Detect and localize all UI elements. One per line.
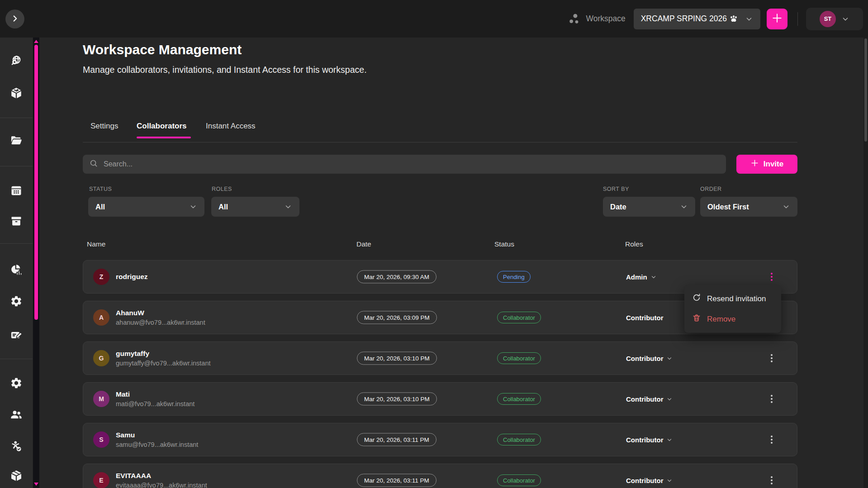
status-filter-select[interactable]: All bbox=[88, 197, 204, 217]
row-actions-menu-button[interactable] bbox=[765, 269, 778, 285]
tab-divider bbox=[83, 142, 797, 142]
collaborator-name: AhanuW bbox=[116, 309, 205, 317]
collaborator-identity: AhanuW ahanuw@fvo79...ak6wr.instant bbox=[116, 301, 205, 334]
collaborator-name: gumytaffy bbox=[116, 350, 211, 358]
search-placeholder: Search... bbox=[104, 160, 133, 168]
row-actions-menu-button[interactable] bbox=[765, 431, 778, 448]
roles-filter-select[interactable]: All bbox=[211, 197, 299, 217]
roles-filter-label: ROLES bbox=[212, 186, 232, 192]
collaborator-row: M Mati mati@fvo79...ak6wr.instant Mar 20… bbox=[83, 382, 797, 416]
page-title: Workspace Management bbox=[83, 42, 242, 57]
sidebar-item-web-search[interactable] bbox=[7, 52, 25, 71]
resend-invitation-menu-item[interactable]: Resend invitation bbox=[684, 289, 781, 308]
role-value: Contributor bbox=[626, 314, 663, 322]
user-menu[interactable]: ST bbox=[806, 8, 863, 30]
card-edit-icon bbox=[10, 329, 23, 343]
role-dropdown[interactable]: Contributor bbox=[626, 477, 673, 484]
invite-date-pill: Mar 20, 2026, 03:10 PM bbox=[357, 352, 437, 365]
status-badge: Collaborator bbox=[497, 474, 541, 486]
chevron-down-icon bbox=[745, 15, 753, 23]
invite-date-pill: Mar 20, 2026, 03:11 PM bbox=[357, 433, 436, 446]
tab-settings[interactable]: Settings bbox=[90, 122, 118, 131]
plus-icon bbox=[750, 159, 759, 170]
menu-item-label: Remove bbox=[707, 315, 735, 324]
row-actions-menu-button[interactable] bbox=[765, 472, 778, 488]
archive-box-icon bbox=[10, 215, 23, 229]
collaborator-identity: gumytaffy gumytaffy@fvo79...ak6wr.instan… bbox=[116, 342, 211, 374]
collaborator-name: Mati bbox=[116, 390, 194, 398]
collaborator-email: samu@fvo79...ak6wr.instant bbox=[116, 441, 198, 448]
avatar: Z bbox=[93, 269, 109, 285]
globe-search-icon bbox=[10, 55, 23, 69]
remove-menu-item[interactable]: Remove bbox=[684, 310, 781, 329]
sidebar-item-archive-box[interactable] bbox=[7, 213, 25, 231]
refresh-icon bbox=[692, 293, 701, 304]
sidebar-divider bbox=[0, 243, 33, 244]
window-scrollbar[interactable] bbox=[863, 38, 868, 488]
sidebar-item-calendar-grid[interactable] bbox=[7, 182, 25, 200]
window-scrollbar-thumb[interactable] bbox=[864, 38, 867, 142]
avatar: A bbox=[93, 309, 109, 326]
photo-cube-icon bbox=[10, 87, 23, 101]
gear-icon bbox=[10, 377, 23, 391]
column-header-name: Name bbox=[87, 240, 105, 248]
invite-date-pill: Mar 20, 2026, 03:11 PM bbox=[357, 474, 436, 487]
scroll-down-arrow[interactable] bbox=[34, 483, 38, 486]
sidebar-item-packages[interactable] bbox=[7, 467, 25, 485]
sidebar-item-settings-gear[interactable] bbox=[7, 293, 25, 311]
content-scrollbar[interactable] bbox=[33, 38, 39, 488]
main-content: Workspace Management Manage collaborator… bbox=[39, 38, 868, 488]
sidebar-item-license-card[interactable] bbox=[7, 327, 25, 345]
role-dropdown[interactable]: Contributor bbox=[626, 355, 673, 362]
chevron-down-icon bbox=[841, 15, 849, 23]
sidebar-divider bbox=[0, 359, 33, 359]
user-avatar: ST bbox=[820, 11, 836, 27]
search-input[interactable]: Search... bbox=[83, 155, 726, 174]
column-header-date: Date bbox=[356, 240, 371, 248]
row-actions-menu-button[interactable] bbox=[765, 350, 778, 366]
sidebar-toggle-button[interactable] bbox=[5, 9, 24, 28]
order-value: Oldest First bbox=[707, 203, 749, 211]
collaborator-email: evitaaaa@fvo79...ak6wr.instant bbox=[116, 482, 207, 488]
tab-collaborators[interactable]: Collaborators bbox=[137, 122, 187, 131]
sidebar-item-settings-gear-2[interactable] bbox=[7, 374, 25, 393]
chevron-down-icon bbox=[650, 274, 657, 280]
status-filter-label: STATUS bbox=[89, 186, 112, 192]
role-dropdown[interactable]: Admin bbox=[626, 273, 657, 281]
avatar: E bbox=[93, 472, 109, 488]
role-value: Contributor bbox=[626, 395, 663, 403]
sidebar-item-asset-cube[interactable] bbox=[7, 85, 25, 103]
chevron-down-icon bbox=[284, 203, 292, 211]
role-dropdown[interactable]: Contributor bbox=[626, 314, 663, 322]
scroll-up-arrow[interactable] bbox=[34, 40, 38, 43]
column-header-status: Status bbox=[494, 240, 514, 248]
column-header-roles: Roles bbox=[625, 240, 643, 248]
workspace-selector-dropdown[interactable]: XRCAMP SRPING 2026 bbox=[634, 9, 760, 29]
collaborator-email: ahanuw@fvo79...ak6wr.instant bbox=[116, 319, 205, 326]
scrollbar-thumb[interactable] bbox=[34, 45, 38, 320]
status-badge: Pending bbox=[497, 271, 531, 283]
sidebar-item-members[interactable] bbox=[7, 406, 25, 424]
role-dropdown[interactable]: Contributor bbox=[626, 436, 673, 444]
sidebar-item-analytics-pie[interactable] bbox=[7, 261, 25, 280]
collaborator-name: EVITAAAA bbox=[116, 472, 207, 480]
sort-by-value: Date bbox=[610, 203, 626, 211]
sidebar-item-accessibility[interactable] bbox=[7, 438, 25, 456]
tab-instant-access[interactable]: Instant Access bbox=[206, 122, 256, 131]
app-window: Workspace XRCAMP SRPING 2026 ST bbox=[0, 0, 868, 488]
row-actions-menu-button[interactable] bbox=[765, 391, 778, 407]
create-workspace-button[interactable] bbox=[767, 9, 787, 29]
order-select[interactable]: Oldest First bbox=[700, 197, 797, 217]
sort-by-select[interactable]: Date bbox=[603, 197, 695, 217]
sidebar-divider bbox=[0, 118, 33, 118]
topbar-divider bbox=[797, 12, 798, 26]
sidebar-item-projects-folder[interactable] bbox=[7, 132, 25, 150]
sidebar-divider bbox=[0, 166, 33, 166]
invite-date-pill: Mar 20, 2026, 09:30 AM bbox=[357, 270, 436, 284]
role-dropdown[interactable]: Contributor bbox=[626, 395, 673, 403]
people-icon bbox=[10, 408, 23, 422]
role-value: Contributor bbox=[626, 436, 663, 444]
collaborator-identity: Mati mati@fvo79...ak6wr.instant bbox=[116, 383, 194, 415]
invite-button[interactable]: Invite bbox=[736, 155, 797, 174]
person-check-icon bbox=[10, 440, 23, 454]
